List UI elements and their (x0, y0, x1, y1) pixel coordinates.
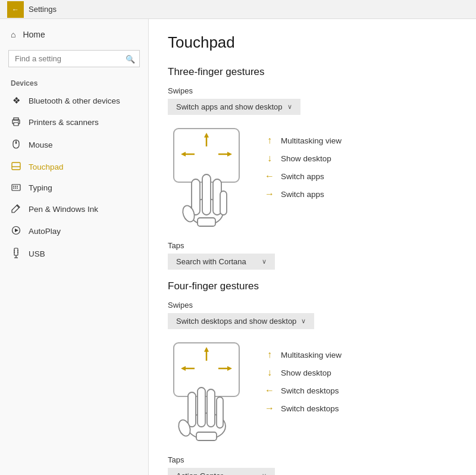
taps-dropdown-4[interactable]: Action Center ∨ (168, 468, 275, 475)
search-input[interactable] (8, 50, 140, 67)
gesture-area-4: ↑ Multitasking view ↓ Show desktop ← Swi… (168, 340, 457, 441)
svg-point-3 (18, 121, 19, 122)
swipes-label-4: Swipes (168, 301, 457, 310)
page-title: Touchpad (168, 33, 457, 52)
chevron-down-icon: ∨ (262, 472, 267, 475)
svg-marker-18 (15, 229, 18, 232)
sidebar-item-label: Mouse (29, 140, 53, 149)
sidebar-item-home[interactable]: ⌂ Home (0, 24, 148, 45)
search-icon: 🔍 (126, 54, 135, 63)
gesture-option-label: Switch apps (281, 190, 324, 199)
svg-rect-34 (198, 218, 215, 226)
gesture-option: ↑ Multitasking view (264, 135, 342, 146)
svg-rect-39 (220, 191, 227, 215)
sidebar-item-label: Bluetooth & other devices (29, 96, 120, 105)
mouse-icon (11, 139, 21, 151)
sidebar-item-usb[interactable]: USB (0, 242, 148, 265)
three-finger-title: Three-finger gestures (168, 66, 457, 78)
usb-icon (11, 248, 21, 260)
sidebar-item-label: Pen & Windows Ink (29, 205, 98, 214)
arrow-right-icon: → (264, 189, 275, 199)
gesture-option: ↑ Multitasking view (264, 349, 342, 360)
gesture-option-label: Switch desktops (281, 404, 339, 413)
gesture-option: ← Switch apps (264, 171, 342, 182)
gesture-option-label: Show desktop (281, 154, 331, 163)
sidebar-item-label: Touchpad (29, 162, 64, 171)
sidebar-item-label: Printers & scanners (29, 118, 99, 127)
gesture-options-3: ↑ Multitasking view ↓ Show desktop ← Swi… (264, 126, 342, 199)
four-finger-section: Four-finger gestures Swipes Switch deskt… (168, 280, 457, 475)
sidebar-item-bluetooth[interactable]: ❖ Bluetooth & other devices (0, 90, 148, 111)
gesture-options-4: ↑ Multitasking view ↓ Show desktop ← Swi… (264, 340, 342, 414)
chevron-down-icon: ∨ (301, 317, 306, 325)
sidebar-section-label: Devices (0, 74, 148, 90)
title-bar: ← Settings (0, 0, 476, 19)
sidebar-home-label: Home (23, 30, 45, 39)
svg-rect-48 (196, 432, 217, 440)
gesture-option: → Switch desktops (264, 403, 342, 414)
back-icon: ← (12, 5, 19, 14)
sidebar-item-label: Typing (29, 183, 52, 192)
svg-rect-36 (202, 174, 211, 215)
taps-dropdown-3-value: Search with Cortana (176, 257, 246, 266)
sidebar-item-touchpad[interactable]: Touchpad (0, 157, 148, 177)
svg-rect-49 (188, 392, 196, 427)
arrow-up-icon: ↑ (264, 135, 275, 146)
pen-icon (11, 204, 21, 215)
home-icon: ⌂ (11, 30, 15, 39)
four-finger-gesture-image (168, 340, 245, 441)
sidebar-item-typing[interactable]: Typing (0, 177, 148, 198)
back-button[interactable]: ← (7, 1, 24, 18)
sidebar-item-label: AutoPlay (29, 227, 61, 236)
svg-rect-51 (207, 389, 215, 427)
gesture-option: → Switch apps (264, 189, 342, 199)
four-finger-title: Four-finger gestures (168, 280, 457, 292)
taps-dropdown-4-value: Action Center (176, 471, 223, 475)
printer-icon (11, 117, 21, 128)
sidebar-item-printers[interactable]: Printers & scanners (0, 111, 148, 133)
svg-rect-9 (12, 185, 20, 190)
gesture-option: ↓ Show desktop (264, 367, 342, 378)
search-box: 🔍 (8, 50, 140, 67)
swipes-dropdown-4-value: Switch desktops and show desktop (176, 317, 296, 326)
taps-label-4: Taps (168, 455, 457, 464)
chevron-down-icon: ∨ (262, 258, 267, 265)
sidebar-item-autoplay[interactable]: AutoPlay (0, 220, 148, 242)
gesture-option-label: Switch desktops (281, 386, 339, 395)
taps-dropdown-3[interactable]: Search with Cortana ∨ (168, 254, 275, 270)
typing-icon (11, 183, 21, 193)
sidebar-item-label: USB (29, 249, 45, 258)
gesture-area-3: ↑ Multitasking view ↓ Show desktop ← Swi… (168, 126, 457, 227)
swipes-label-3: Swipes (168, 86, 457, 95)
main-content: Touchpad Three-finger gestures Swipes Sw… (149, 19, 476, 475)
app-body: ⌂ Home 🔍 Devices ❖ Bluetooth & other dev… (0, 19, 476, 475)
gesture-option: ↓ Show desktop (264, 153, 342, 164)
swipes-dropdown-4[interactable]: Switch desktops and show desktop ∨ (168, 313, 314, 329)
arrow-down-icon: ↓ (264, 153, 275, 164)
svg-rect-7 (12, 162, 20, 170)
svg-rect-52 (217, 397, 223, 428)
arrow-down-icon: ↓ (264, 367, 275, 378)
three-finger-gesture-image (168, 126, 245, 227)
gesture-option-label: Switch apps (281, 172, 324, 181)
sidebar: ⌂ Home 🔍 Devices ❖ Bluetooth & other dev… (0, 19, 149, 475)
taps-label-3: Taps (168, 241, 457, 250)
sidebar-item-mouse[interactable]: Mouse (0, 133, 148, 157)
gesture-option-label: Multitasking view (281, 351, 342, 360)
swipes-dropdown-3[interactable]: Switch apps and show desktop ∨ (168, 99, 300, 115)
arrow-right-icon: → (264, 403, 275, 414)
svg-rect-1 (14, 123, 18, 126)
sidebar-item-pen[interactable]: Pen & Windows Ink (0, 198, 148, 220)
arrow-left-icon: ← (264, 171, 275, 182)
gesture-option-label: Show desktop (281, 368, 331, 377)
app-title: Settings (29, 5, 57, 14)
swipes-dropdown-3-value: Switch apps and show desktop (176, 102, 283, 111)
svg-rect-19 (14, 248, 18, 255)
arrow-up-icon: ↑ (264, 349, 275, 360)
gesture-option: ← Switch desktops (264, 385, 342, 396)
bluetooth-icon: ❖ (11, 95, 21, 106)
touchpad-icon (11, 162, 21, 172)
svg-rect-50 (198, 388, 205, 427)
arrow-left-icon: ← (264, 385, 275, 396)
gesture-option-label: Multitasking view (281, 136, 342, 145)
